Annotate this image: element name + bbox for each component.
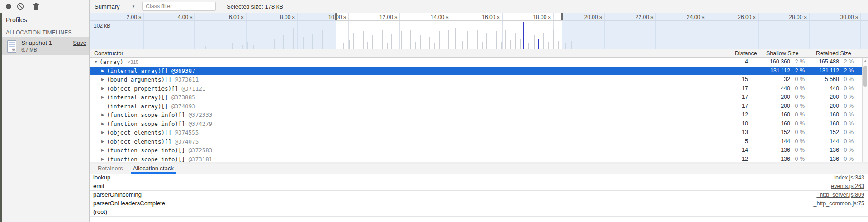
- distance-value: 13: [742, 128, 748, 137]
- tab-allocation-stack[interactable]: Allocation stack: [131, 164, 176, 174]
- distance-value: 15: [742, 75, 748, 84]
- shallow-size-value: 440: [781, 84, 790, 93]
- delete-profile-button[interactable]: [30, 1, 42, 11]
- timeline-tick-label: 4.00 s: [178, 14, 193, 20]
- grid-row[interactable]: ▼(array)×3154160 3602 %165 4882 %: [90, 58, 862, 67]
- stack-frame-function: lookup: [93, 174, 110, 182]
- distance-value: 14: [742, 146, 748, 155]
- object-id: @373611: [175, 76, 199, 83]
- expand-arrow-icon[interactable]: ▶: [101, 84, 104, 93]
- distance-value: 10: [742, 120, 748, 129]
- retained-size-value: 165 488: [819, 58, 839, 67]
- grid-row[interactable]: ▶(internal array)[] @373885172000 %2000 …: [90, 93, 862, 102]
- shallow-size-value: 160: [781, 111, 790, 120]
- stack-frame-function: parserOnHeadersComplete: [93, 199, 165, 208]
- shallow-size-percent: 2 %: [795, 67, 805, 76]
- grid-header-row: Constructor Distance Shallow Size Retain…: [90, 49, 868, 58]
- shallow-size-value: 32: [784, 75, 790, 84]
- allocation-bar: [387, 43, 388, 49]
- shallow-size-percent: 0 %: [795, 120, 805, 129]
- column-header-distance[interactable]: Distance: [735, 50, 757, 58]
- allocation-bar: [496, 31, 497, 49]
- expand-arrow-icon[interactable]: ▶: [101, 93, 104, 102]
- object-id: @374075: [175, 138, 199, 145]
- grid-row[interactable]: ▶(function scope info)[] @372333121600 %…: [90, 111, 862, 120]
- allocation-bar: [515, 33, 516, 49]
- grid-row-selected[interactable]: ▶(internal array)[] @369387–131 1122 %13…: [90, 67, 862, 76]
- shallow-size-percent: 0 %: [795, 128, 805, 137]
- perspective-select[interactable]: Summary ▼: [95, 3, 137, 10]
- expand-arrow-icon[interactable]: ▼: [94, 58, 98, 67]
- shallow-size-value: 136: [781, 155, 790, 162]
- source-location-link[interactable]: index.js:343: [834, 174, 864, 182]
- sidebar-title: Profiles: [6, 16, 27, 24]
- grid-row[interactable]: ▶(function scope info)[] @374279101600 %…: [90, 120, 862, 129]
- timeline-size-label: 102 kB: [94, 23, 110, 29]
- expand-arrow-icon[interactable]: ▶: [101, 128, 104, 137]
- allocation-bar: [553, 30, 554, 49]
- distance-value: 12: [742, 111, 748, 120]
- allocation-bar: [486, 33, 487, 49]
- retained-size-value: 152: [830, 128, 839, 137]
- grid-row[interactable]: ▶(object elements)[] @37407551440 %1440 …: [90, 137, 862, 146]
- class-filter-input[interactable]: [142, 2, 216, 11]
- grid-row[interactable]: ▶(bound arguments)[] @37361115320 %5 568…: [90, 75, 862, 84]
- shallow-size-value: 144: [781, 137, 790, 146]
- retained-size-value: 200: [830, 102, 839, 111]
- timeline-tick-label: 22.00 s: [636, 14, 653, 20]
- stack-frame-row: parserOnIncoming_http_server.js:809: [90, 191, 868, 199]
- tab-retainers[interactable]: Retainers: [95, 164, 125, 174]
- allocation-bar: [349, 40, 350, 49]
- grid-row[interactable]: ▶(object elements)[] @374555131520 %1520…: [90, 128, 862, 137]
- profiles-sidebar: Profiles ALLOCATION TIMELINES % Snapshot…: [0, 13, 89, 222]
- column-header-constructor[interactable]: Constructor: [94, 50, 123, 58]
- clear-profiles-button[interactable]: [14, 1, 26, 11]
- selection-handle-right[interactable]: [561, 13, 563, 20]
- retained-size-percent: 0 %: [844, 120, 854, 129]
- column-header-retained-size[interactable]: Retained Size: [816, 50, 851, 58]
- devtools-memory-panel: Summary ▼ Selected size: 178 kB Profiles…: [0, 0, 868, 222]
- retained-size-value: 136: [830, 155, 839, 162]
- expand-arrow-icon[interactable]: ▶: [101, 67, 104, 76]
- allocation-bar: [467, 31, 468, 49]
- object-id: @374279: [189, 121, 213, 127]
- grid-row[interactable]: ▶(function scope info)[] @372583141360 %…: [90, 146, 862, 155]
- shallow-size-value: 131 112: [770, 67, 790, 76]
- allocation-bar: [455, 28, 456, 49]
- allocation-bar: [534, 35, 535, 49]
- scroll-up-arrow-icon[interactable]: ▲: [863, 59, 867, 63]
- allocation-bar: [439, 31, 440, 49]
- allocation-timelines-section-header: ALLOCATION TIMELINES: [6, 29, 72, 36]
- constructor-name: (function scope info)[] @373181: [107, 155, 212, 162]
- source-location-link[interactable]: events.js:263: [831, 182, 864, 190]
- source-location-link[interactable]: _http_common.js:75: [813, 199, 864, 208]
- expand-arrow-icon[interactable]: ▶: [101, 111, 104, 120]
- sidebar-item-snapshot-1[interactable]: % Snapshot 1 6.7 MB Save: [2, 37, 89, 55]
- expand-arrow-icon[interactable]: ▶: [101, 146, 104, 155]
- retained-size-value: 144: [830, 137, 839, 146]
- expand-arrow-icon[interactable]: ▶: [101, 137, 104, 146]
- column-header-shallow-size[interactable]: Shallow Size: [766, 50, 799, 58]
- selection-handle-left[interactable]: [335, 13, 337, 20]
- retained-size-percent: 0 %: [844, 84, 854, 93]
- allocation-bar: [501, 42, 502, 49]
- allocation-timeline-overview[interactable]: 102 kB 2.00 s4.00 s6.00 s8.00 s10.00 s12…: [90, 13, 868, 49]
- allocation-bar: [510, 40, 511, 49]
- shallow-size-percent: 0 %: [795, 93, 805, 102]
- retained-size-percent: 0 %: [844, 146, 854, 155]
- expand-arrow-icon[interactable]: ▶: [101, 120, 104, 129]
- grid-row[interactable]: ▶(object properties)[] @371121174400 %44…: [90, 84, 862, 93]
- grid-row[interactable]: ▶(function scope info)[] @373181121360 %…: [90, 155, 862, 162]
- object-id: @374093: [171, 103, 195, 110]
- grid-row[interactable]: (internal array)[] @374093172000 %2000 %: [90, 102, 862, 111]
- record-heap-allocations-button[interactable]: [3, 1, 14, 11]
- scrollbar-thumb[interactable]: [863, 66, 867, 87]
- shallow-size-value: 136: [781, 146, 790, 155]
- save-snapshot-link[interactable]: Save: [73, 39, 86, 46]
- constructor-name: (function scope info)[] @372333: [107, 111, 212, 120]
- grid-vertical-scrollbar[interactable]: ▲: [862, 58, 868, 162]
- expand-arrow-icon[interactable]: ▶: [101, 75, 104, 84]
- expand-arrow-icon[interactable]: ▶: [101, 155, 104, 162]
- record-icon: [5, 3, 12, 10]
- source-location-link[interactable]: _http_server.js:809: [816, 191, 864, 199]
